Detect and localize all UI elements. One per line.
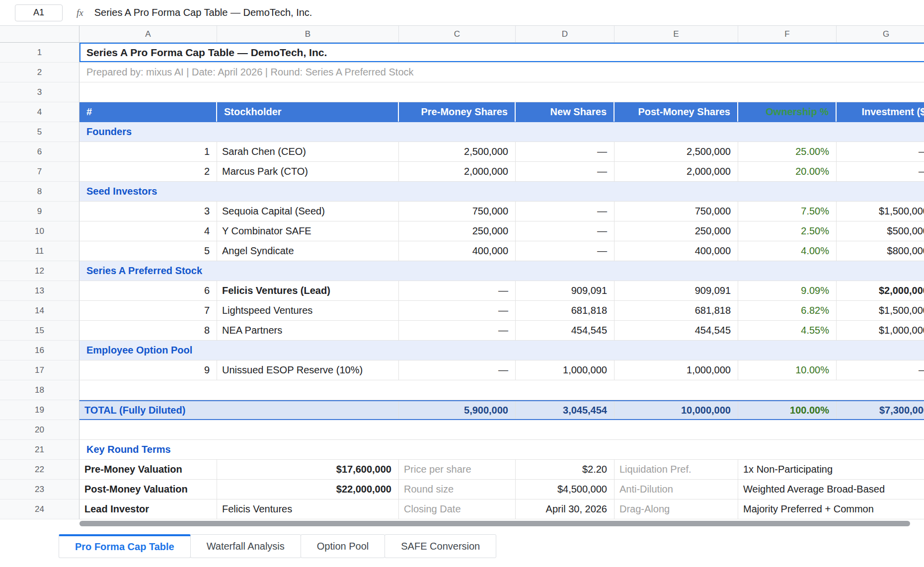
cell-G14[interactable]: $1,500,000	[837, 301, 924, 320]
formula-input[interactable]: Series A Pro Forma Cap Table — DemoTech,…	[94, 7, 312, 18]
row-header-24[interactable]: 24	[0, 499, 79, 519]
cell-G7[interactable]: —	[837, 162, 924, 181]
cell-D24[interactable]: April 30, 2026	[516, 499, 615, 519]
cell-E19[interactable]: 10,000,000	[615, 401, 738, 419]
cell-C10[interactable]: 250,000	[399, 221, 516, 241]
row-header-11[interactable]: 11	[0, 241, 79, 261]
column-header-G[interactable]: G	[837, 26, 924, 42]
row-header-21[interactable]: 21	[0, 440, 79, 460]
cell-A22[interactable]: Pre-Money Valuation	[79, 460, 217, 479]
sheet-tab-pro-forma-cap-table[interactable]: Pro Forma Cap Table	[59, 534, 191, 558]
cell-B15[interactable]: NEA Partners	[217, 321, 399, 340]
cell-A19[interactable]: TOTAL (Fully Diluted)	[79, 401, 399, 419]
cell-G10[interactable]: $500,000	[837, 221, 924, 241]
section-header-row-12[interactable]: Series A Preferred Stock	[79, 261, 924, 281]
cell-D15[interactable]: 454,545	[516, 321, 615, 340]
cell-F6[interactable]: 25.00%	[738, 142, 837, 161]
cell-G11[interactable]: $800,000	[837, 241, 924, 261]
cell-F23[interactable]: Weighted Average Broad-Based	[738, 480, 924, 499]
row-header-7[interactable]: 7	[0, 162, 79, 182]
column-header-C[interactable]: C	[399, 26, 516, 42]
cell-B22[interactable]: $17,600,000	[217, 460, 399, 479]
section-header-row-16[interactable]: Employee Option Pool	[79, 341, 924, 360]
cell-F24[interactable]: Majority Preferred + Common	[738, 499, 924, 519]
cell-E13[interactable]: 909,091	[615, 281, 738, 300]
column-header-F[interactable]: F	[738, 26, 837, 42]
cell-E14[interactable]: 681,818	[615, 301, 738, 320]
cell-C19[interactable]: 5,900,000	[399, 401, 516, 419]
section-header-row-5[interactable]: Founders	[79, 122, 924, 142]
row-header-12[interactable]: 12	[0, 261, 79, 281]
sheet-tab-option-pool[interactable]: Option Pool	[301, 534, 385, 558]
row-header-18[interactable]: 18	[0, 380, 79, 400]
cell-A15[interactable]: 8	[79, 321, 217, 340]
cell-B6[interactable]: Sarah Chen (CEO)	[217, 142, 399, 161]
column-header-B[interactable]: B	[217, 26, 399, 42]
cell-A23[interactable]: Post-Money Valuation	[79, 480, 217, 499]
cell-C23[interactable]: Round size	[399, 480, 516, 499]
cell-E7[interactable]: 2,000,000	[615, 162, 738, 181]
cell-E9[interactable]: 750,000	[615, 202, 738, 221]
cell-G19[interactable]: $7,300,000	[837, 401, 924, 419]
cell-E15[interactable]: 454,545	[615, 321, 738, 340]
row-header-19[interactable]: 19	[0, 400, 79, 420]
section-header-row-8[interactable]: Seed Investors	[79, 182, 924, 201]
cell-F7[interactable]: 20.00%	[738, 162, 837, 181]
cell-D7[interactable]: —	[516, 162, 615, 181]
cell-D22[interactable]: $2.20	[516, 460, 615, 479]
cell-D19[interactable]: 3,045,454	[516, 401, 615, 419]
cell-B11[interactable]: Angel Syndicate	[217, 241, 399, 261]
cell-F9[interactable]: 7.50%	[738, 202, 837, 221]
cell-A21[interactable]: Key Round Terms	[79, 440, 171, 459]
row-header-15[interactable]: 15	[0, 321, 79, 341]
cell-G6[interactable]: —	[837, 142, 924, 161]
horizontal-scrollbar[interactable]	[0, 519, 924, 528]
sheet-tab-safe-conversion[interactable]: SAFE Conversion	[385, 534, 496, 558]
cell-D6[interactable]: —	[516, 142, 615, 161]
select-all-corner[interactable]	[0, 26, 79, 42]
row-header-23[interactable]: 23	[0, 480, 79, 499]
scrollbar-thumb[interactable]	[79, 521, 910, 526]
cell-G17[interactable]: —	[837, 360, 924, 380]
cell-B7[interactable]: Marcus Park (CTO)	[217, 162, 399, 181]
cell-A7[interactable]: 2	[79, 162, 217, 181]
cell-E6[interactable]: 2,500,000	[615, 142, 738, 161]
column-title-B4[interactable]: Stockholder	[217, 102, 399, 122]
cell-D13[interactable]: 909,091	[516, 281, 615, 300]
cell-C6[interactable]: 2,500,000	[399, 142, 516, 161]
cell-C9[interactable]: 750,000	[399, 202, 516, 221]
row-header-5[interactable]: 5	[0, 122, 79, 142]
cell-E24[interactable]: Drag-Along	[615, 499, 738, 519]
column-title-F4[interactable]: Ownership %	[738, 102, 837, 122]
column-title-D4[interactable]: New Shares	[516, 102, 615, 122]
cell-A9[interactable]: 3	[79, 202, 217, 221]
column-header-D[interactable]: D	[516, 26, 615, 42]
cell-F11[interactable]: 4.00%	[738, 241, 837, 261]
cell-D14[interactable]: 681,818	[516, 301, 615, 320]
row-header-9[interactable]: 9	[0, 202, 79, 221]
column-header-E[interactable]: E	[615, 26, 738, 42]
name-box[interactable]: A1	[15, 4, 63, 21]
column-title-E4[interactable]: Post-Money Shares	[615, 102, 738, 122]
cell-A24[interactable]: Lead Investor	[79, 499, 217, 519]
cell-A11[interactable]: 5	[79, 241, 217, 261]
column-title-A4[interactable]: #	[79, 102, 217, 122]
cell-C17[interactable]: —	[399, 360, 516, 380]
cell-C7[interactable]: 2,000,000	[399, 162, 516, 181]
row-header-13[interactable]: 13	[0, 281, 79, 301]
column-header-A[interactable]: A	[79, 26, 217, 42]
row-header-2[interactable]: 2	[0, 63, 79, 82]
cell-A13[interactable]: 6	[79, 281, 217, 300]
cell-E22[interactable]: Liquidation Pref.	[615, 460, 738, 479]
cell-C14[interactable]: —	[399, 301, 516, 320]
cell-F19[interactable]: 100.00%	[738, 401, 837, 419]
cell-E17[interactable]: 1,000,000	[615, 360, 738, 380]
row-header-20[interactable]: 20	[0, 420, 79, 440]
row-header-8[interactable]: 8	[0, 182, 79, 202]
row-header-17[interactable]: 17	[0, 360, 79, 380]
cell-B17[interactable]: Unissued ESOP Reserve (10%)	[217, 360, 399, 380]
column-title-G4[interactable]: Investment ($)	[837, 102, 924, 122]
cell-A2[interactable]: Prepared by: mixus AI | Date: April 2026…	[79, 63, 414, 82]
row-header-16[interactable]: 16	[0, 341, 79, 360]
cell-B23[interactable]: $22,000,000	[217, 480, 399, 499]
